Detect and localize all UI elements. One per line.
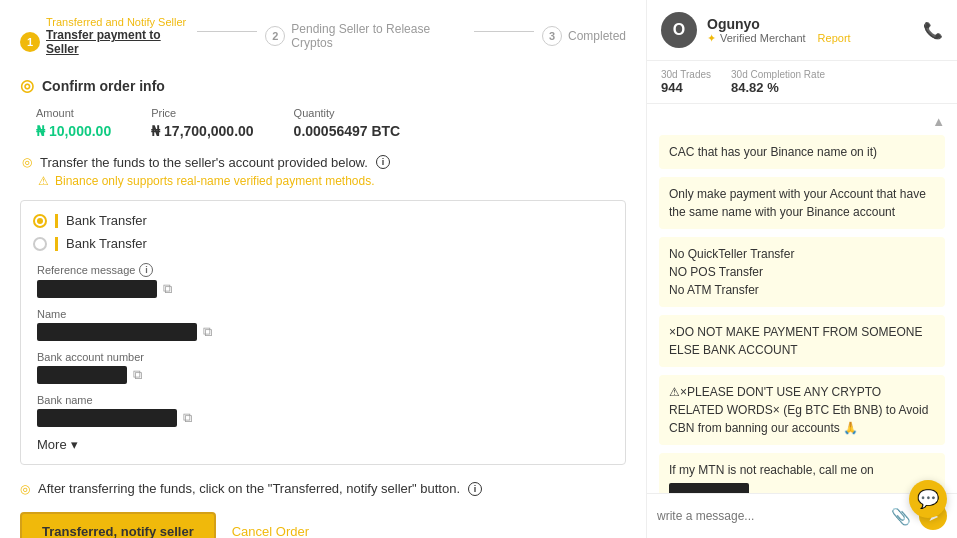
completion-stat: 30d Completion Rate 84.82 % xyxy=(731,69,825,95)
section-title: ◎ Confirm order info xyxy=(20,76,626,95)
step1-label: Transfer payment to Seller xyxy=(46,28,189,56)
step2-circle: 2 xyxy=(265,26,285,46)
step3-circle: 3 xyxy=(542,26,562,46)
radio-empty[interactable] xyxy=(33,237,47,251)
payment-option-1[interactable]: Bank Transfer xyxy=(33,213,613,228)
chat-stats: 30d Trades 944 30d Completion Rate 84.82… xyxy=(647,61,957,104)
payment-option-2[interactable]: Bank Transfer xyxy=(33,236,613,251)
message-4: ×DO NOT MAKE PAYMENT FROM SOMEONE ELSE B… xyxy=(659,315,945,367)
step3-dot: ◎ xyxy=(20,482,30,496)
amount-field: Amount ₦ 10,000.00 xyxy=(36,107,111,139)
verified-dot: ✦ xyxy=(707,32,716,45)
completion-value: 84.82 % xyxy=(731,80,825,95)
name-field: Name ⧉ xyxy=(37,308,613,341)
phone-icon[interactable]: 📞 xyxy=(923,21,943,40)
account-number-value-row: ⧉ xyxy=(37,366,613,384)
right-panel: O Ogunyo ✦ Verified Merchant Report 📞 xyxy=(647,0,957,538)
name-value-row: ⧉ xyxy=(37,323,613,341)
reference-info-icon: i xyxy=(139,263,153,277)
trades-value: 944 xyxy=(661,80,711,95)
verified-badge: ✦ Verified Merchant Report xyxy=(707,32,851,45)
copy-bank-icon[interactable]: ⧉ xyxy=(183,410,192,426)
trades-stat: 30d Trades 944 xyxy=(661,69,711,95)
step3-label: Completed xyxy=(568,29,626,43)
order-info: Amount ₦ 10,000.00 Price ₦ 17,700,000.00… xyxy=(20,107,626,139)
message-6: If my MTN is not reachable, call me on xyxy=(659,453,945,493)
copy-reference-icon[interactable]: ⧉ xyxy=(163,281,172,297)
account-number-field: Bank account number ⧉ xyxy=(37,351,613,384)
more-label: More xyxy=(37,437,67,452)
transfer-dot: ◎ xyxy=(22,155,32,169)
bank-bar-2 xyxy=(55,237,58,251)
chat-messages[interactable]: ▲ CAC that has your Binance name on it) … xyxy=(647,104,957,493)
chat-header: O Ogunyo ✦ Verified Merchant Report 📞 xyxy=(647,0,957,61)
radio-selected[interactable] xyxy=(33,214,47,228)
payment-fields: Reference message i ⧉ Name ⧉ xyxy=(33,263,613,452)
name-value xyxy=(37,323,197,341)
reference-value-row: ⧉ xyxy=(37,280,613,298)
report-link[interactable]: Report xyxy=(818,32,851,44)
float-chat-button[interactable]: 💬 xyxy=(909,480,947,518)
stepper: Transferred and Notify Seller 1 Transfer… xyxy=(20,16,626,56)
quantity-label: Quantity xyxy=(294,107,401,119)
message-3: No QuickTeller Transfer NO POS Transfer … xyxy=(659,237,945,307)
bank-name-field: Bank name ⧉ xyxy=(37,394,613,427)
price-label: Price xyxy=(151,107,253,119)
step-3: 3 Completed xyxy=(542,26,626,46)
step-1: Transferred and Notify Seller 1 Transfer… xyxy=(20,16,189,56)
order-info-title: Confirm order info xyxy=(42,78,165,94)
reference-value xyxy=(37,280,157,298)
step-connector-1 xyxy=(197,31,257,32)
chevron-down-icon: ▾ xyxy=(71,437,78,452)
left-panel: Transferred and Notify Seller 1 Transfer… xyxy=(0,0,647,538)
collapse-icon[interactable]: ▲ xyxy=(932,114,945,129)
amount-value: ₦ 10,000.00 xyxy=(36,123,111,139)
message-2: Only make payment with your Account that… xyxy=(659,177,945,229)
attach-icon[interactable]: 📎 xyxy=(891,507,911,526)
user-details: Ogunyo ✦ Verified Merchant Report xyxy=(707,16,851,45)
action-buttons: Transferred, notify seller Cancel Order xyxy=(20,512,626,538)
message-5: ⚠×PLEASE DON'T USE ANY CRYPTO RELATED WO… xyxy=(659,375,945,445)
transfer-section: ◎ Transfer the funds to the seller's acc… xyxy=(20,155,626,188)
transferred-notify-button[interactable]: Transferred, notify seller xyxy=(20,512,216,538)
price-value: ₦ 17,700,000.00 xyxy=(151,123,253,139)
price-field: Price ₦ 17,700,000.00 xyxy=(151,107,253,139)
step1-circle: 1 xyxy=(20,32,40,52)
copy-name-icon[interactable]: ⧉ xyxy=(203,324,212,340)
more-link[interactable]: More ▾ xyxy=(37,437,613,452)
bank-bar-1 xyxy=(55,214,58,228)
step3-note: ◎ After transferring the funds, click on… xyxy=(20,481,626,496)
bank-name-label: Bank name xyxy=(37,394,613,406)
chat-input[interactable] xyxy=(657,509,883,523)
chat-user-info: O Ogunyo ✦ Verified Merchant Report xyxy=(661,12,851,48)
step-connector-2 xyxy=(474,31,534,32)
binance-warning: ⚠ Binance only supports real-name verifi… xyxy=(20,174,626,188)
cancel-order-button[interactable]: Cancel Order xyxy=(232,524,309,538)
account-number-value xyxy=(37,366,127,384)
step1-subtitle: Transferred and Notify Seller xyxy=(46,16,186,28)
step-2: 2 Pending Seller to Release Cryptos xyxy=(265,22,466,50)
copy-account-icon[interactable]: ⧉ xyxy=(133,367,142,383)
quantity-value: 0.00056497 BTC xyxy=(294,123,401,139)
message-1: CAC that has your Binance name on it) xyxy=(659,135,945,169)
dot-icon: ◎ xyxy=(20,76,34,95)
bank-name-value-row: ⧉ xyxy=(37,409,613,427)
user-name: Ogunyo xyxy=(707,16,760,32)
warning-icon: ⚠ xyxy=(38,174,49,188)
account-number-label: Bank account number xyxy=(37,351,613,363)
bank-name-value xyxy=(37,409,177,427)
info-icon: i xyxy=(376,155,390,169)
reference-label: Reference message i xyxy=(37,263,613,277)
avatar: O xyxy=(661,12,697,48)
quantity-field: Quantity 0.00056497 BTC xyxy=(294,107,401,139)
redacted-phone xyxy=(669,483,749,493)
step2-label: Pending Seller to Release Cryptos xyxy=(291,22,466,50)
step3-info-icon: i xyxy=(468,482,482,496)
payment-options: Bank Transfer Bank Transfer xyxy=(33,213,613,251)
reference-field: Reference message i ⧉ xyxy=(37,263,613,298)
name-label: Name xyxy=(37,308,613,320)
amount-label: Amount xyxy=(36,107,111,119)
transfer-note: ◎ Transfer the funds to the seller's acc… xyxy=(20,155,626,170)
payment-box: Bank Transfer Bank Transfer Reference me… xyxy=(20,200,626,465)
